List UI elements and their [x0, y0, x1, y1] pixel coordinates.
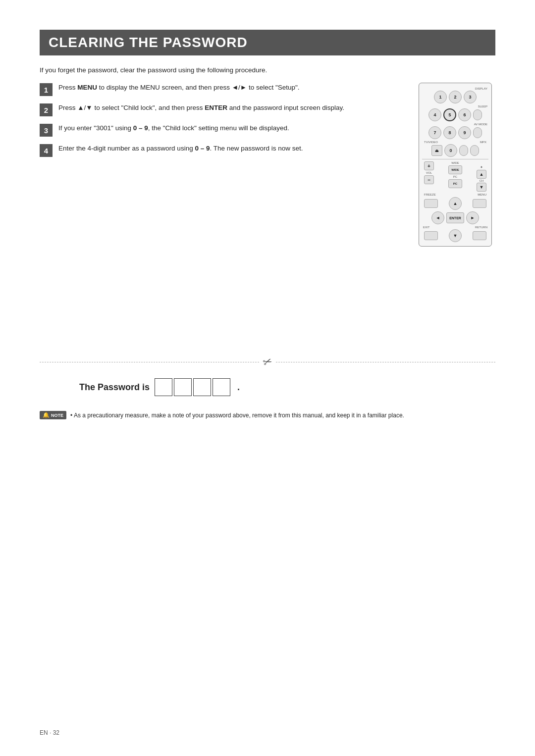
note-text: As a precautionary measure, make a note … — [70, 411, 404, 420]
btn-wide: WIDE — [448, 165, 462, 174]
note-icon: 🔔 — [43, 412, 50, 418]
btn-vol-plus: + — [424, 161, 434, 170]
btn-0: 0 — [444, 144, 457, 157]
remote-nav-middle: ◄ ENTER ► — [422, 211, 488, 224]
tvvideo-label: TV/VIDEO — [424, 141, 438, 144]
btn-3: 3 — [464, 91, 477, 103]
step-num-2: 2 — [40, 103, 53, 116]
btn-9: 9 — [458, 126, 471, 139]
btn-right: ► — [466, 211, 479, 224]
btn-8: 8 — [443, 126, 456, 139]
btn-1: 1 — [434, 91, 447, 103]
btn-4: 4 — [428, 108, 441, 121]
remote-row-4: ⏏ 0 — [422, 144, 488, 157]
vol-block: + VOL – — [424, 161, 434, 184]
ch-label: CH — [480, 179, 484, 182]
btn-down: ▼ — [449, 229, 462, 242]
mpx-label: MPX — [480, 141, 486, 144]
note-section: 🔔 NOTE As a precautionary measure, make … — [40, 411, 495, 420]
step-text-3: If you enter "3001" using 0 – 9, the "Ch… — [58, 123, 289, 133]
return-label: RETURN — [475, 226, 487, 229]
steps-area: 1 Press MENU to display the MENU screen,… — [40, 83, 404, 247]
freeze-label: FREEZE — [424, 193, 436, 196]
wide-label: WIDE — [451, 161, 459, 164]
wide-block: WIDE WIDE PC PC — [448, 161, 462, 188]
title-bar: CLEARING THE PASSWORD — [40, 30, 495, 55]
step-2: 2 Press ▲/▼ to select "Child lock", and … — [40, 103, 404, 116]
remote-row-1: 1 2 3 — [422, 91, 488, 103]
btn-avmode — [473, 127, 482, 138]
password-box-1[interactable] — [155, 378, 172, 396]
btn-2: 2 — [449, 91, 462, 103]
btn-left: ◄ — [431, 211, 444, 224]
step-3: 3 If you enter "3001" using 0 – 9, the "… — [40, 123, 404, 137]
btn-mpx1 — [459, 145, 468, 156]
password-section: The Password is . — [40, 378, 495, 396]
password-dot: . — [237, 382, 240, 393]
btn-6: 6 — [458, 108, 471, 121]
step-text-4: Enter the 4-digit number as a password u… — [58, 144, 303, 153]
btn-freeze — [424, 199, 438, 208]
scissor-icon: ✂ — [261, 354, 274, 370]
note-badge-text: NOTE — [51, 413, 63, 418]
btn-return — [473, 231, 486, 240]
password-label: The Password is — [79, 382, 150, 393]
page: CLEARING THE PASSWORD If you forget the … — [0, 0, 535, 450]
btn-ch-down: ▼ — [477, 183, 486, 192]
avmode-label: AV MODE — [474, 123, 487, 126]
scissor-line: ✂ — [40, 355, 495, 368]
remote-row-2: 4 5 6 — [422, 108, 488, 121]
menu-label: MENU — [478, 193, 486, 196]
btn-5: 5 — [443, 108, 456, 121]
btn-pc: PC — [448, 179, 462, 188]
ch-star-label: ✦ — [480, 165, 483, 169]
dot-line-right — [276, 362, 495, 362]
page-title: CLEARING THE PASSWORD — [49, 35, 486, 50]
step-4: 4 Enter the 4-digit number as a password… — [40, 144, 404, 157]
btn-vol-minus: – — [424, 175, 434, 184]
remote-diagram: DISPLAY 1 2 3 SLEEP 4 5 6 — [419, 83, 492, 247]
ch-block: x ✦ ▲ CH ▼ — [477, 161, 486, 192]
pc-label: PC — [453, 175, 457, 178]
main-content: 1 Press MENU to display the MENU screen,… — [40, 83, 495, 247]
password-boxes — [155, 378, 230, 396]
page-number: EN · 32 — [40, 729, 59, 736]
display-label: DISPLAY — [475, 87, 487, 90]
step-text-2: Press ▲/▼ to select "Child lock", and th… — [58, 103, 344, 113]
btn-ch-up: ▲ — [477, 170, 486, 179]
intro-text: If you forget the password, clear the pa… — [40, 66, 495, 74]
sleep-label: SLEEP — [478, 105, 487, 108]
remote-row-3: 7 8 9 — [422, 126, 488, 139]
btn-mpx2 — [470, 145, 479, 156]
btn-up: ▲ — [449, 197, 462, 210]
step-num-1: 1 — [40, 83, 53, 96]
password-box-3[interactable] — [193, 378, 211, 396]
remote-divider — [422, 159, 488, 159]
step-text-1: Press MENU to display the MENU screen, a… — [58, 83, 300, 93]
vol-label: VOL — [426, 171, 432, 174]
remote-area: DISPLAY 1 2 3 SLEEP 4 5 6 — [419, 83, 495, 247]
btn-sleep — [473, 109, 482, 120]
step-num-3: 3 — [40, 124, 53, 137]
step-1: 1 Press MENU to display the MENU screen,… — [40, 83, 404, 96]
btn-menu — [473, 199, 486, 208]
btn-tvvideo: ⏏ — [431, 145, 442, 156]
note-badge: 🔔 NOTE — [40, 411, 66, 419]
btn-exit — [424, 231, 438, 240]
step-num-4: 4 — [40, 144, 53, 157]
password-box-4[interactable] — [213, 378, 230, 396]
dot-line-left — [40, 362, 259, 362]
btn-enter: ENTER — [446, 212, 464, 223]
password-box-2[interactable] — [174, 378, 192, 396]
btn-7: 7 — [428, 126, 441, 139]
exit-label: EXIT — [423, 226, 429, 229]
